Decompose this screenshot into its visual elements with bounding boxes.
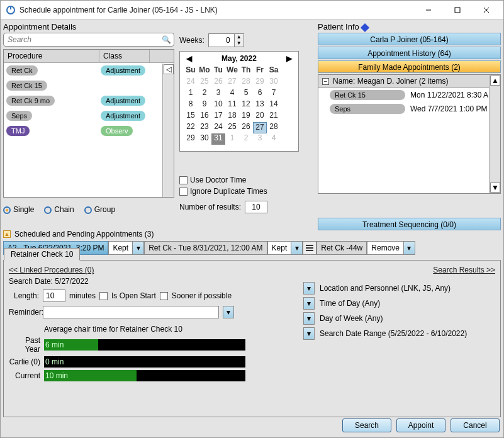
cal-day[interactable]: 14 bbox=[267, 99, 281, 111]
band-family[interactable]: Family Made Appointments (2) bbox=[318, 60, 501, 73]
cal-day[interactable]: 30 bbox=[267, 77, 281, 88]
chevron-down-icon[interactable]: ▾ bbox=[303, 297, 315, 310]
weeks-up-icon[interactable]: ▲ bbox=[235, 34, 244, 40]
weeks-spinner[interactable]: ▲▼ bbox=[208, 33, 244, 47]
procedure-scrollbar[interactable]: ◁ bbox=[162, 64, 174, 197]
procedure-row[interactable]: Ret CkAdjustment bbox=[4, 63, 174, 78]
chevron-down-icon[interactable]: ▾ bbox=[403, 242, 415, 254]
num-results-input[interactable] bbox=[245, 201, 267, 213]
expand-scheduled-icon[interactable]: ▲ bbox=[3, 230, 11, 238]
close-button[interactable] bbox=[472, 1, 501, 19]
retainer-tab[interactable]: Retainer Check 10 bbox=[4, 248, 80, 261]
reminder-dropdown-icon[interactable]: ▾ bbox=[223, 306, 234, 318]
cal-day[interactable]: 2 bbox=[198, 88, 211, 99]
appt-status-3[interactable]: Remove▾ bbox=[367, 241, 415, 255]
search-icon[interactable]: 🔍 bbox=[161, 35, 171, 44]
chevron-down-icon[interactable]: ▾ bbox=[291, 242, 302, 254]
cal-day[interactable]: 30 bbox=[198, 133, 211, 145]
col-procedure[interactable]: Procedure bbox=[4, 50, 99, 62]
sooner-checkbox[interactable] bbox=[160, 292, 168, 300]
search-button[interactable]: Search bbox=[342, 418, 391, 432]
cal-day[interactable]: 9 bbox=[198, 99, 211, 111]
weeks-value[interactable] bbox=[209, 35, 234, 45]
minimize-button[interactable] bbox=[414, 1, 443, 19]
maximize-button[interactable] bbox=[443, 1, 472, 19]
cal-day[interactable]: 24 bbox=[184, 77, 198, 88]
cal-day[interactable]: 17 bbox=[211, 111, 225, 122]
procedure-row[interactable]: SepsAdjustment bbox=[4, 108, 174, 123]
appt-segment-2[interactable]: Ret Ck - Tue 8/31/2021, 12:00 AM bbox=[144, 241, 267, 255]
cal-day[interactable]: 24 bbox=[211, 122, 225, 133]
band-treatment[interactable]: Treatment Sequencing (0/0) bbox=[318, 218, 501, 230]
procedure-row[interactable]: Ret Ck 9 moAdjustment bbox=[4, 93, 174, 108]
cal-day[interactable]: 7 bbox=[267, 88, 281, 99]
cal-day[interactable]: 2 bbox=[239, 133, 253, 145]
family-row[interactable]: Ret Ck 15Mon 11/22/2021 8:30 AM bbox=[318, 88, 500, 102]
cal-day[interactable]: 27 bbox=[225, 77, 239, 88]
cal-day[interactable]: 3 bbox=[253, 133, 267, 145]
procedure-row[interactable]: TMJObserv bbox=[4, 123, 174, 138]
scroll-left-icon[interactable]: ◁ bbox=[164, 64, 174, 74]
cal-day[interactable]: 22 bbox=[184, 122, 198, 133]
cal-day[interactable]: 13 bbox=[253, 99, 267, 111]
band-history[interactable]: Appointment History (64) bbox=[318, 47, 501, 59]
scroll-up-icon[interactable]: ▲ bbox=[490, 76, 500, 86]
procedure-search-input[interactable] bbox=[6, 35, 161, 45]
procedure-search[interactable]: 🔍 bbox=[3, 33, 174, 47]
appt-status-2[interactable]: Kept▾ bbox=[267, 241, 303, 255]
cal-day[interactable]: 6 bbox=[253, 88, 267, 99]
cal-day[interactable]: 12 bbox=[239, 99, 253, 111]
cal-day[interactable]: 28 bbox=[239, 77, 253, 88]
cal-day[interactable]: 23 bbox=[198, 122, 211, 133]
cal-day[interactable]: 28 bbox=[267, 122, 281, 133]
search-results-link[interactable]: Search Results >> bbox=[433, 266, 495, 274]
cal-day[interactable]: 26 bbox=[239, 122, 253, 133]
is-open-start-checkbox[interactable] bbox=[99, 292, 108, 300]
cal-day[interactable]: 15 bbox=[184, 111, 198, 122]
weeks-down-icon[interactable]: ▼ bbox=[235, 40, 244, 47]
cal-day[interactable]: 25 bbox=[225, 122, 239, 133]
cal-day[interactable]: 5 bbox=[239, 88, 253, 99]
cal-day[interactable]: 19 bbox=[239, 111, 253, 122]
radio-group[interactable]: Group bbox=[84, 205, 115, 214]
cal-day[interactable]: 16 bbox=[198, 111, 211, 122]
radio-single[interactable]: Single bbox=[3, 205, 34, 214]
cal-day[interactable]: 4 bbox=[225, 88, 239, 99]
family-scrollbar[interactable]: ▲ ▼ bbox=[489, 75, 500, 193]
cal-day[interactable]: 27 bbox=[253, 122, 267, 133]
filter-row[interactable]: ▾Day of Week (Any) bbox=[303, 311, 467, 326]
cal-day[interactable]: 4 bbox=[267, 133, 281, 145]
cal-day[interactable]: 21 bbox=[267, 111, 281, 122]
linked-procedures-link[interactable]: << Linked Procedures (0) bbox=[9, 266, 94, 274]
filter-row[interactable]: ▾Location and Personnel (LNK, JS, Any) bbox=[303, 281, 467, 296]
cal-day[interactable]: 1 bbox=[184, 88, 198, 99]
use-doctor-time-checkbox[interactable] bbox=[179, 176, 188, 184]
filter-row[interactable]: ▾Time of Day (Any) bbox=[303, 296, 467, 311]
cal-day[interactable]: 25 bbox=[198, 77, 211, 88]
reminder-input[interactable] bbox=[43, 306, 219, 318]
appt-status-1[interactable]: Kept▾ bbox=[108, 241, 144, 255]
cal-day[interactable]: 31 bbox=[211, 133, 225, 145]
cal-day[interactable]: 1 bbox=[225, 133, 239, 145]
cal-day[interactable]: 11 bbox=[225, 99, 239, 111]
col-class[interactable]: Class bbox=[99, 50, 150, 62]
procedure-row[interactable]: Ret Ck 15 bbox=[4, 78, 174, 93]
cancel-button[interactable]: Cancel bbox=[451, 418, 500, 432]
chevron-down-icon[interactable]: ▾ bbox=[303, 282, 315, 295]
cal-next-icon[interactable]: ▶ bbox=[284, 54, 294, 63]
cal-prev-icon[interactable]: ◀ bbox=[184, 54, 194, 63]
cal-day[interactable]: 3 bbox=[211, 88, 225, 99]
cal-day[interactable]: 10 bbox=[211, 99, 225, 111]
ignore-duplicate-checkbox[interactable] bbox=[179, 188, 188, 196]
band-patient[interactable]: Carla P Joiner (05-164) bbox=[318, 33, 501, 45]
cal-day[interactable]: 26 bbox=[211, 77, 225, 88]
chevron-down-icon[interactable]: ▾ bbox=[132, 242, 143, 254]
cal-day[interactable]: 8 bbox=[184, 99, 198, 111]
appt-segment-3[interactable]: Ret Ck -44w bbox=[316, 241, 367, 255]
family-row[interactable]: SepsWed 7/7/2021 1:00 PM bbox=[318, 102, 500, 116]
appoint-button[interactable]: Appoint bbox=[396, 418, 445, 432]
cal-day[interactable]: 29 bbox=[253, 77, 267, 88]
filter-row[interactable]: ▾Search Date Range (5/25/2022 - 6/10/202… bbox=[303, 326, 467, 341]
collapse-icon[interactable]: − bbox=[322, 78, 329, 85]
radio-chain[interactable]: Chain bbox=[44, 205, 74, 214]
